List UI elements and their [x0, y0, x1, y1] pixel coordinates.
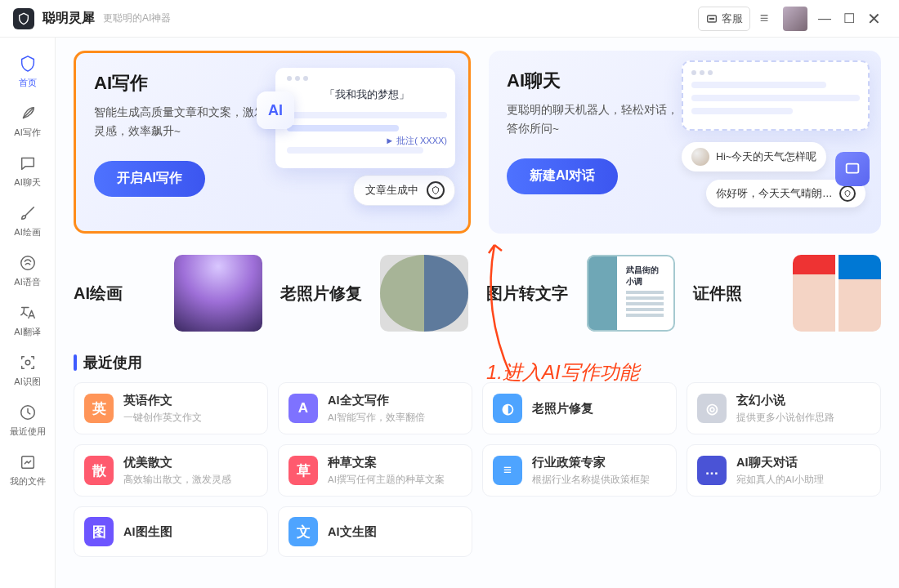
home-icon [18, 54, 38, 74]
feature-id-photo[interactable]: 证件照 [693, 255, 882, 332]
sidebar-item-label: 首页 [19, 77, 37, 89]
chat-msg-1: Hi~今天的天气怎样呢 [682, 142, 826, 172]
tile-icon: 英 [84, 394, 114, 423]
avatar[interactable] [783, 7, 807, 31]
feature-title: 老照片修复 [280, 283, 362, 305]
tile-title: 英语作文 [123, 393, 257, 408]
sidebar-item-recent[interactable]: 最近使用 [3, 396, 52, 444]
tile-icon: 图 [84, 517, 114, 546]
brand-name: 聪明灵犀 [42, 10, 95, 27]
illustration-title: 「我和我的梦想」 [287, 87, 447, 102]
image-scan-icon [18, 353, 38, 372]
hero-chat-illustration: Hi~今天的天气怎样呢 你好呀，今天天气晴朗… [682, 60, 870, 224]
tile-title: AI聊天对话 [736, 455, 870, 470]
feature-old-photo[interactable]: 老照片修复 [280, 255, 469, 332]
clock-icon [18, 403, 38, 422]
sidebar-item-draw[interactable]: AI绘画 [3, 197, 52, 245]
sidebar-item-translate[interactable]: AI翻译 [3, 296, 52, 345]
sidebar-item-write[interactable]: AI写作 [3, 97, 52, 145]
sidebar-item-label: 最近使用 [10, 425, 46, 438]
hero-desc: 更聪明的聊天机器人，轻松对话，答你所问~ [507, 101, 678, 139]
tile-subtitle: AI撰写任何主题的种草文案 [328, 474, 462, 486]
feature-title: 证件照 [693, 283, 742, 305]
tile-subtitle: 高效输出散文，激发灵感 [123, 474, 257, 486]
sidebar-item-image[interactable]: AI识图 [3, 346, 52, 394]
tile-icon: ≡ [493, 456, 522, 485]
tile-title: 玄幻小说 [736, 393, 870, 408]
feature-title: 图片转文字 [486, 283, 568, 305]
feature-ocr[interactable]: 图片转文字 武昌街的小调 [486, 255, 675, 332]
recent-tile[interactable]: 英 英语作文一键创作英文作文 [74, 382, 268, 434]
folder-icon [18, 452, 38, 472]
customer-service-button[interactable]: 客服 [698, 7, 750, 31]
hero-ai-chat[interactable]: AI聊天 更聪明的聊天机器人，轻松对话，答你所问~ 新建AI对话 Hi~今天的天… [489, 51, 881, 234]
chat-icon [18, 154, 38, 173]
recent-tile[interactable]: 图 AI图生图 [74, 506, 268, 557]
tile-title: 种草文案 [328, 455, 462, 470]
hero-write-illustration: AI 「我和我的梦想」 ► 批注( XXXX) 文章生成中 [275, 68, 455, 206]
close-button[interactable]: ✕ [861, 7, 886, 31]
recent-tile[interactable]: ≡ 行业政策专家根据行业名称提供政策框架 [482, 444, 677, 497]
tile-subtitle: 提供更多小说创作思路 [736, 412, 870, 424]
sidebar-item-label: AI语音 [14, 276, 40, 288]
tile-subtitle: AI智能写作，效率翻倍 [328, 412, 462, 424]
sidebar-item-voice[interactable]: AI语音 [3, 247, 52, 295]
tile-title: 优美散文 [123, 455, 257, 470]
sidebar-item-label: AI写作 [14, 127, 40, 139]
draw-thumbnail [174, 255, 262, 332]
new-ai-chat-button[interactable]: 新建AI对话 [507, 158, 618, 194]
menu-icon[interactable]: ≡ [755, 10, 773, 27]
recent-tile[interactable]: ◐ 老照片修复 [482, 382, 677, 434]
maximize-button[interactable]: ☐ [837, 7, 861, 31]
tile-icon: 草 [288, 456, 318, 485]
recent-tile[interactable]: 草 种草文案AI撰写任何主题的种草文案 [278, 444, 472, 497]
chat-bubble-icon [835, 152, 870, 186]
sidebar-item-chat[interactable]: AI聊天 [3, 147, 52, 195]
tile-subtitle: 一键创作英文作文 [123, 412, 257, 424]
ocr-thumbnail: 武昌街的小调 [587, 255, 675, 332]
svg-point-2 [711, 18, 712, 19]
minimize-button[interactable]: — [812, 7, 837, 31]
sidebar: 首页 AI写作 AI聊天 AI绘画 AI语音 AI翻译 AI识图 最近使用 [0, 38, 56, 588]
tile-icon: 文 [288, 517, 318, 546]
svg-point-1 [709, 18, 710, 19]
sidebar-item-label: AI识图 [14, 376, 40, 388]
illustration-note: ► 批注( XXXX) [287, 135, 447, 147]
sidebar-item-label: AI翻译 [14, 326, 40, 338]
tile-title: 行业政策专家 [532, 455, 666, 470]
brand-tagline: 更聪明的AI神器 [103, 11, 171, 25]
brush-icon [18, 203, 38, 223]
feature-title: AI绘画 [74, 283, 123, 305]
tile-title: AI文生图 [328, 524, 462, 540]
annotation-text: 1.进入AI写作功能 [486, 359, 639, 385]
sidebar-item-label: AI绘画 [14, 226, 40, 238]
recent-title: 最近使用 [74, 353, 881, 372]
tile-title: AI图生图 [123, 524, 257, 540]
main-content: AI写作 智能生成高质量文章和文案，激发灵感，效率飙升~ 开启AI写作 AI 「… [56, 38, 899, 588]
hero-desc: 智能生成高质量文章和文案，激发灵感，效率飙升~ [94, 104, 266, 141]
id-thumbnail [793, 255, 881, 332]
feather-icon [18, 104, 38, 123]
tile-title: AI全文写作 [328, 393, 462, 408]
sidebar-item-home[interactable]: 首页 [3, 47, 52, 96]
recent-tile[interactable]: 文 AI文生图 [278, 506, 472, 557]
tile-icon: ◎ [697, 394, 727, 423]
tile-icon: … [697, 456, 727, 485]
tile-icon: A [288, 394, 318, 423]
hero-ai-write[interactable]: AI写作 智能生成高质量文章和文案，激发灵感，效率飙升~ 开启AI写作 AI 「… [74, 51, 471, 234]
sidebar-item-files[interactable]: 我的文件 [3, 446, 52, 494]
translate-icon [18, 303, 38, 323]
tile-subtitle: 宛如真人的AI小助理 [736, 474, 870, 486]
feature-ai-draw[interactable]: AI绘画 [74, 255, 262, 332]
start-ai-write-button[interactable]: 开启AI写作 [94, 161, 205, 197]
recent-tile[interactable]: 散 优美散文高效输出散文，激发灵感 [74, 444, 268, 497]
voice-icon [18, 253, 38, 273]
recent-tile[interactable]: ◎ 玄幻小说提供更多小说创作思路 [687, 382, 881, 434]
tile-icon: ◐ [493, 394, 522, 423]
generating-chip: 文章生成中 [353, 175, 455, 206]
recent-tile[interactable]: A AI全文写作AI智能写作，效率翻倍 [278, 382, 472, 434]
svg-point-5 [25, 360, 30, 365]
sidebar-item-label: 我的文件 [10, 475, 46, 488]
recent-tile[interactable]: … AI聊天对话宛如真人的AI小助理 [687, 444, 881, 497]
brand-logo [13, 8, 34, 29]
